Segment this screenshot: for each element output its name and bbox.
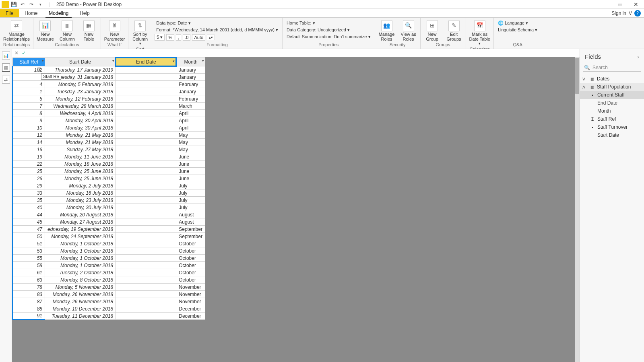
new-column-button[interactable]: ▥New Column <box>58 19 76 42</box>
cell-month[interactable]: December <box>176 313 205 320</box>
chevron-down-icon[interactable]: ▾ <box>202 59 204 63</box>
cell-staff-ref[interactable]: 8 <box>13 110 45 117</box>
table-row[interactable]: 29Monday, 2 July 2018July <box>13 182 205 189</box>
cell-staff-ref[interactable]: 47 <box>13 226 45 233</box>
table-row[interactable]: 44Monday, 20 August 2018August <box>13 211 205 218</box>
cell-end-date[interactable] <box>116 305 176 313</box>
table-row[interactable]: 63Monday, 8 October 2018October <box>13 276 205 284</box>
undo-icon[interactable]: ↶ <box>19 1 27 8</box>
table-row[interactable]: 26Monday, 25 June 2018June <box>13 175 205 182</box>
cell-end-date[interactable] <box>116 88 176 95</box>
cell-start-date[interactable]: Monday, 30 April 2018 <box>45 117 116 124</box>
percent-button[interactable]: % <box>166 34 174 41</box>
format-dropdown[interactable]: Format: *Wednesday, 14 March 2001 (dddd,… <box>155 27 280 33</box>
default-summarization-dropdown[interactable]: Default Summarization: Don't summarize ▾ <box>285 34 372 40</box>
cell-month[interactable]: May <box>176 132 205 139</box>
home-tab[interactable]: Home <box>19 9 43 17</box>
table-row[interactable]: 16Sunday, 27 May 2018May <box>13 146 205 153</box>
table-row[interactable]: 22Monday, 18 June 2018June <box>13 160 205 168</box>
cell-month[interactable]: February <box>176 95 205 103</box>
manage-roles-button[interactable]: 👥Manage Roles <box>378 19 396 42</box>
cell-start-date[interactable]: Monday, 26 November 2018 <box>45 291 116 298</box>
cell-month[interactable]: June <box>176 175 205 182</box>
table-row[interactable]: 1Tuesday, 23 January 2018January <box>13 88 205 95</box>
table-row[interactable]: 87Monday, 26 November 2018November <box>13 298 205 305</box>
cell-start-date[interactable]: ednesday, 19 September 2018 <box>45 226 116 233</box>
field-staff-turnover[interactable]: ▪ Staff Turnover <box>580 123 644 131</box>
cell-staff-ref[interactable]: 19 <box>13 153 45 160</box>
decimal-button[interactable]: .0 <box>183 34 190 41</box>
cell-month[interactable]: January <box>176 74 205 81</box>
cell-staff-ref[interactable] <box>13 74 45 81</box>
cell-end-date[interactable] <box>116 189 176 197</box>
cell-staff-ref[interactable]: 50 <box>13 233 45 240</box>
chevron-down-icon[interactable]: ▾ <box>173 59 175 63</box>
table-row[interactable]: 47ednesday, 19 September 2018September <box>13 226 205 233</box>
cell-staff-ref[interactable]: 35 <box>13 197 45 204</box>
cell-month[interactable]: November <box>176 291 205 298</box>
table-row[interactable]: 55Monday, 1 October 2018October <box>13 255 205 262</box>
table-row[interactable]: 8Wednesday, 4 April 2018April <box>13 110 205 117</box>
cell-end-date[interactable] <box>116 298 176 305</box>
collapse-pane-icon[interactable]: › <box>637 53 639 60</box>
cell-end-date[interactable] <box>116 95 176 103</box>
cell-staff-ref[interactable]: 45 <box>13 218 45 226</box>
cell-staff-ref[interactable]: 33 <box>13 189 45 197</box>
cell-staff-ref[interactable]: 53 <box>13 247 45 255</box>
cell-start-date[interactable]: Monday, 20 August 2018 <box>45 211 116 218</box>
cell-start-date[interactable]: Monday, 12 February 2018 <box>45 95 116 103</box>
sort-by-column-button[interactable]: ⇅Sort by Column▾ <box>131 19 149 47</box>
cell-start-date[interactable]: Monday, 24 September 2018 <box>45 233 116 240</box>
cell-end-date[interactable] <box>116 124 176 132</box>
cell-month[interactable]: June <box>176 160 205 168</box>
table-row[interactable]: 12Monday, 21 May 2018May <box>13 132 205 139</box>
data-type-dropdown[interactable]: Data type: Date ▾ <box>155 20 280 26</box>
table-row[interactable]: 91Tuesday, 11 December 2018December <box>13 313 205 320</box>
cell-start-date[interactable]: Monday, 25 June 2018 <box>45 175 116 182</box>
table-row[interactable]: 51Monday, 1 October 2018October <box>13 240 205 247</box>
field-start-date[interactable]: Start Date <box>580 131 644 139</box>
cell-month[interactable]: March <box>176 103 205 110</box>
cell-end-date[interactable] <box>116 313 176 320</box>
cell-start-date[interactable]: Monday, 8 October 2018 <box>45 276 116 284</box>
cell-end-date[interactable] <box>116 160 176 168</box>
field-staff-ref[interactable]: Σ Staff Ref <box>580 115 644 123</box>
cell-start-date[interactable]: Sunday, 27 May 2018 <box>45 146 116 153</box>
cell-staff-ref[interactable]: 7 <box>13 103 45 110</box>
cell-start-date[interactable]: Monday, 21 May 2018 <box>45 139 116 146</box>
cell-month[interactable]: October <box>176 240 205 247</box>
home-table-dropdown[interactable]: Home Table: ▾ <box>285 20 372 26</box>
cell-staff-ref[interactable]: 5 <box>13 95 45 103</box>
chevron-down-icon[interactable]: ▾ <box>42 59 44 63</box>
table-row[interactable]: 40Monday, 30 July 2018July <box>13 204 205 211</box>
cell-end-date[interactable] <box>116 139 176 146</box>
cell-start-date[interactable]: Monday, 30 July 2018 <box>45 204 116 211</box>
cell-start-date[interactable]: Monday, 23 July 2018 <box>45 197 116 204</box>
cell-end-date[interactable] <box>116 197 176 204</box>
table-row[interactable]: 88Monday, 10 December 2018December <box>13 305 205 313</box>
cell-start-date[interactable]: Wednesday, 4 April 2018 <box>45 110 116 117</box>
cell-month[interactable]: April <box>176 110 205 117</box>
table-row[interactable]: 78Monday, 5 November 2018November <box>13 284 205 291</box>
cell-staff-ref[interactable]: 25 <box>13 168 45 175</box>
cell-staff-ref[interactable]: 14 <box>13 139 45 146</box>
view-as-roles-button[interactable]: 🔍View as Roles <box>399 19 418 42</box>
formula-cancel-icon[interactable]: ✕ <box>14 50 19 56</box>
cell-end-date[interactable] <box>116 175 176 182</box>
cell-start-date[interactable]: Monday, 1 October 2018 <box>45 255 116 262</box>
cell-end-date[interactable] <box>116 240 176 247</box>
collapse-ribbon-icon[interactable]: ᐯ <box>629 10 632 16</box>
report-view-button[interactable]: 📊 <box>2 51 10 60</box>
cell-start-date[interactable]: Monday, 27 August 2018 <box>45 218 116 226</box>
table-row[interactable]: 102Thursday, 17 January 2019January <box>13 66 205 74</box>
table-row[interactable]: 33Monday, 16 July 2018July <box>13 189 205 197</box>
cell-month[interactable]: August <box>176 218 205 226</box>
cell-end-date[interactable] <box>116 66 176 74</box>
cell-end-date[interactable] <box>116 168 176 175</box>
cell-start-date[interactable]: Monday, 25 June 2018 <box>45 168 116 175</box>
new-measure-button[interactable]: 📊New Measure <box>36 19 55 42</box>
cell-end-date[interactable] <box>116 284 176 291</box>
cell-end-date[interactable] <box>116 211 176 218</box>
cell-end-date[interactable] <box>116 247 176 255</box>
cell-month[interactable]: May <box>176 139 205 146</box>
